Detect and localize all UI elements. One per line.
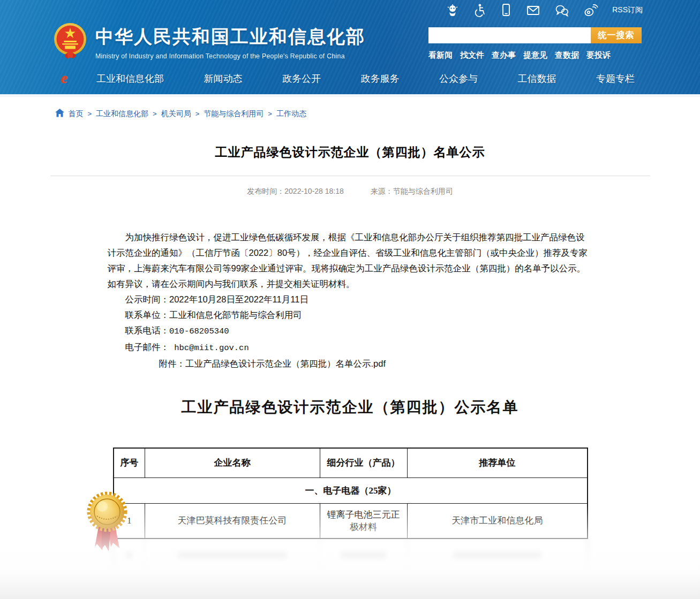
attachment-pdf-link[interactable]: 工业产品绿色设计示范企业（第四批）名单公示.pdf	[185, 359, 386, 368]
article-meta: 发布时间：2022-10-28 18:18 来源：节能与综合利用司	[26, 187, 674, 196]
contact-phone-line: 联系电话：010-68205340	[108, 323, 591, 339]
cell-industry: 锂离子电池三元正极材料	[320, 503, 407, 539]
nav-item-topics[interactable]: 专题专栏	[596, 72, 635, 85]
col-header-index: 序号	[114, 448, 145, 477]
accessibility-icon[interactable]	[473, 3, 486, 17]
email-address: hbc@miit.gov.cn	[174, 343, 249, 353]
col-header-industry: 细分行业（产品）	[320, 448, 407, 477]
unified-search-button[interactable]: 统一搜索	[591, 27, 642, 43]
contact-unit-line: 联系单位：工业和信息化部节能与综合利用司	[108, 307, 591, 323]
site-title-block: 中华人民共和国工业和信息化部 Ministry of Industry and …	[95, 25, 365, 60]
title-divider	[50, 176, 650, 176]
breadcrumb-separator: >	[195, 110, 200, 118]
mail-icon[interactable]	[526, 4, 540, 17]
notice-period-line: 公示时间：2022年10月28日至2022年11月11日	[108, 292, 591, 307]
breadcrumb-home[interactable]: 首页	[69, 109, 84, 119]
weibo-icon[interactable]	[583, 4, 598, 17]
table-header-row: 序号 企业名称 细分行业（产品） 推荐单位	[114, 448, 588, 477]
mascot-icon[interactable]	[446, 3, 460, 17]
document-preview: 工业产品绿色设计示范企业（第四批）公示名单	[26, 397, 674, 599]
document-title: 工业产品绿色设计示范企业（第四批）公示名单	[26, 397, 674, 418]
attachment-line: 附件：工业产品绿色设计示范企业（第四批）名单公示.pdf	[108, 356, 591, 371]
breadcrumb-miit[interactable]: 工业和信息化部	[96, 109, 148, 119]
table-wrap: 序号 企业名称 细分行业（产品） 推荐单位 一、电子电器（25家） 1 天津巴莫…	[113, 448, 587, 599]
table-section-row: 一、电子电器（25家）	[114, 477, 588, 503]
breadcrumb-separator: >	[88, 110, 92, 118]
search-area: 统一搜索 看新闻 找文件 查办事 提意见 查数据 要投诉	[428, 27, 642, 60]
breadcrumb-departments[interactable]: 机关司局	[161, 109, 191, 119]
article-source: 来源：节能与综合利用司	[371, 187, 453, 195]
search-input[interactable]	[428, 27, 591, 43]
nav-item-gov-service[interactable]: 政务服务	[361, 72, 400, 85]
article-title: 工业产品绿色设计示范企业（第四批）名单公示	[26, 144, 674, 161]
site-title-en: Ministry of Industry and Information Tec…	[95, 52, 365, 60]
section-label: 一、电子电器（25家）	[114, 477, 588, 503]
site-header: RSS订阅 中华人民共和国工业和信息化部	[0, 0, 700, 97]
notice-table: 序号 企业名称 细分行业（产品） 推荐单位 一、电子电器（25家） 1 天津巴莫…	[113, 448, 588, 539]
main-navigation: e 工业和信息化部 新闻动态 政务公开 政务服务 公众参与 工信数据 专题专栏	[0, 63, 700, 94]
site-title-cn: 中华人民共和国工业和信息化部	[95, 25, 365, 49]
col-header-recommender: 推荐单位	[407, 448, 588, 477]
gov-e-logo-icon: e	[56, 71, 72, 87]
nav-item-participation[interactable]: 公众参与	[439, 72, 478, 85]
table-row: 1 天津巴莫科技有限责任公司 锂离子电池三元正极材料 天津市工业和信息化局	[114, 503, 588, 539]
medal-icon	[86, 490, 128, 556]
wechat-icon[interactable]	[554, 4, 569, 17]
page: RSS订阅 中华人民共和国工业和信息化部	[0, 0, 700, 599]
quick-link-news[interactable]: 看新闻	[428, 50, 453, 60]
phone-number: 010-68205340	[169, 327, 229, 336]
breadcrumb: 首页 > 工业和信息化部 > 机关司局 > 节能与综合利用司 > 工作动态	[26, 97, 674, 119]
article-body: 为加快推行绿色设计，促进工业绿色低碳循环发展，根据《工业和信息化部办公厅关于组织…	[108, 230, 591, 371]
publish-time: 发布时间：2022-10-28 18:18	[247, 187, 344, 195]
nav-item-gov-open[interactable]: 政务公开	[282, 72, 321, 85]
home-icon[interactable]	[55, 109, 64, 119]
breadcrumb-separator: >	[268, 110, 272, 118]
quick-link-complaint[interactable]: 要投诉	[586, 50, 611, 60]
blurred-rows	[113, 539, 587, 599]
cell-company: 天津巴莫科技有限责任公司	[145, 503, 320, 539]
nav-item-data[interactable]: 工信数据	[518, 72, 556, 85]
topbar: RSS订阅	[446, 3, 643, 17]
breadcrumb-separator: >	[153, 110, 157, 118]
breadcrumb-work-news[interactable]: 工作动态	[276, 109, 306, 119]
nav-item-miit[interactable]: 工业和信息化部	[96, 72, 164, 85]
cell-recommender: 天津市工业和信息化局	[407, 503, 588, 539]
content: 首页 > 工业和信息化部 > 机关司局 > 节能与综合利用司 > 工作动态 工业…	[26, 97, 674, 599]
mobile-icon[interactable]	[500, 3, 512, 17]
quick-link-services[interactable]: 查办事	[492, 50, 516, 60]
article-paragraph: 为加快推行绿色设计，促进工业绿色低碳循环发展，根据《工业和信息化部办公厅关于组织…	[108, 230, 591, 292]
rss-subscribe-link[interactable]: RSS订阅	[612, 5, 643, 15]
breadcrumb-energy-dept[interactable]: 节能与综合利用司	[204, 109, 264, 119]
nav-item-news[interactable]: 新闻动态	[204, 72, 243, 85]
quick-link-data[interactable]: 查数据	[555, 50, 579, 60]
quick-link-feedback[interactable]: 提意见	[523, 50, 547, 60]
col-header-company: 企业名称	[145, 448, 320, 477]
quick-link-files[interactable]: 找文件	[460, 50, 484, 60]
quick-links: 看新闻 找文件 查办事 提意见 查数据 要投诉	[428, 50, 611, 60]
national-emblem-icon	[53, 21, 87, 63]
contact-email-line: 电子邮件： hbc@miit.gov.cn	[108, 339, 591, 356]
attachment-label: 附件：	[159, 359, 186, 368]
